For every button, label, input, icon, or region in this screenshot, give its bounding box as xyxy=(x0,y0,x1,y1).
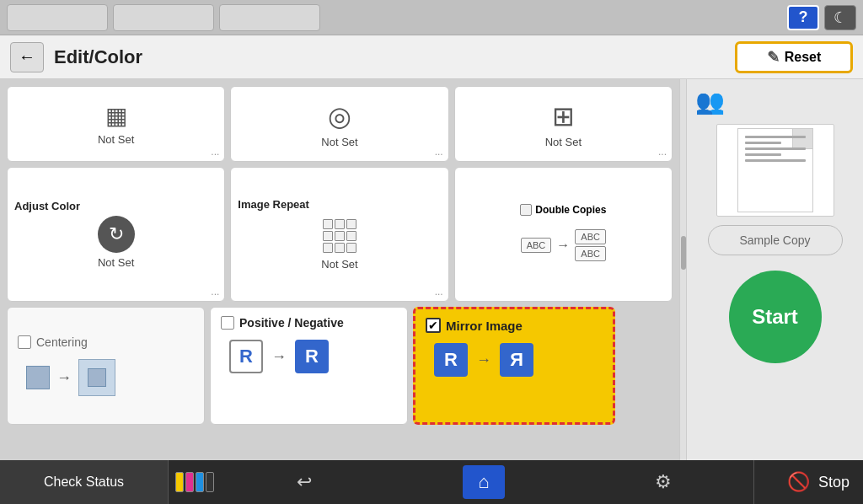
nav-settings-button[interactable]: ⚙ xyxy=(642,465,684,499)
centering-card[interactable]: Centering → xyxy=(7,307,205,425)
top-tab-1[interactable] xyxy=(7,4,108,31)
image-repeat-card[interactable]: Image Repeat Not Set ... xyxy=(230,167,448,302)
pos-neg-r-filled: R xyxy=(295,340,329,373)
bottom-bar: Check Status ↩ ⌂ ⚙ 🚫 Stop xyxy=(0,460,863,504)
header: ← Edit/Color ✎ Reset xyxy=(0,35,863,79)
preview-line-1 xyxy=(745,136,806,138)
top-tab-3[interactable] xyxy=(219,4,320,31)
nav-home-button[interactable]: ⌂ xyxy=(463,465,505,499)
back-button[interactable]: ← xyxy=(10,42,44,72)
main-area: ▦ Not Set ... ◎ Not Set ... ⊞ Not Set ..… xyxy=(0,79,863,470)
night-mode-button[interactable]: ☾ xyxy=(824,5,856,30)
centering-arrow-area: → xyxy=(26,359,115,396)
top-tabs xyxy=(7,4,320,31)
centering-box-small xyxy=(26,366,50,389)
ink-indicator xyxy=(175,472,214,492)
pos-neg-checkbox[interactable] xyxy=(221,316,234,330)
pos-neg-r-normal: R xyxy=(229,340,263,373)
card-top-3-dots: ... xyxy=(658,146,667,158)
card-top-2-icon: ◎ xyxy=(328,100,351,132)
start-button[interactable]: Start xyxy=(729,271,822,363)
adjust-color-dots: ... xyxy=(211,286,219,298)
page-title: Edit/Color xyxy=(54,46,725,68)
reset-label: Reset xyxy=(785,50,822,65)
check-status-button[interactable]: Check Status xyxy=(0,460,169,504)
image-repeat-dots: ... xyxy=(435,286,443,298)
check-status-label: Check Status xyxy=(44,475,124,490)
scroll-thumb xyxy=(681,236,686,270)
positive-negative-card[interactable]: Positive / Negative R → R xyxy=(210,307,408,425)
double-copies-to2: ABC xyxy=(575,246,606,261)
mirror-r-flipped: R xyxy=(500,343,533,377)
bottom-card-row: Centering → Positive / Negative R xyxy=(7,307,673,425)
image-repeat-title: Image Repeat xyxy=(238,198,309,211)
right-panel: 👥 Sample Copy Start xyxy=(686,79,863,470)
card-top-1-icon: ▦ xyxy=(105,102,127,130)
sample-copy-button[interactable]: Sample Copy xyxy=(708,225,843,255)
top-bar: ? ☾ xyxy=(0,0,863,35)
card-top-1[interactable]: ▦ Not Set ... xyxy=(7,86,225,162)
reset-icon: ✎ xyxy=(767,48,780,67)
double-copies-title: Double Copies xyxy=(520,204,606,216)
reset-button[interactable]: ✎ Reset xyxy=(735,41,853,73)
centering-header: Centering xyxy=(18,335,88,349)
settings-nav-icon: ⚙ xyxy=(655,471,672,493)
top-bar-right: ? ☾ xyxy=(787,5,856,30)
help-button[interactable]: ? xyxy=(787,5,819,30)
scroll-track[interactable] xyxy=(679,79,686,470)
double-copies-checkbox[interactable] xyxy=(520,204,532,216)
centering-arrow-icon: → xyxy=(56,369,72,387)
preview-line-5 xyxy=(745,159,806,162)
mirror-header: ✔ Mirror Image xyxy=(426,318,523,333)
pos-neg-arrow: → xyxy=(271,348,287,366)
preview-line-4 xyxy=(745,153,781,156)
centering-inner-box xyxy=(88,368,106,387)
card-top-2-dots: ... xyxy=(435,146,443,158)
stop-area: 🚫 Stop xyxy=(753,460,863,504)
mirror-image-card[interactable]: ✔ Mirror Image R → R xyxy=(413,307,615,425)
bottom-nav: ↩ ⌂ ⚙ xyxy=(214,465,753,499)
stop-icon: 🚫 xyxy=(787,471,810,493)
image-repeat-label: Not Set xyxy=(321,258,357,271)
double-copies-area: ABC → ABC ABC xyxy=(521,229,606,261)
mirror-arrow: → xyxy=(476,351,491,369)
double-copies-arrow: → xyxy=(556,238,570,253)
top-tab-2[interactable] xyxy=(113,4,214,31)
mid-card-row: Adjust Color Not Set ... Image Repeat No… xyxy=(7,167,673,302)
content-area: ▦ Not Set ... ◎ Not Set ... ⊞ Not Set ..… xyxy=(0,79,679,470)
centering-label: Centering xyxy=(36,335,88,349)
ink-cyan xyxy=(196,472,204,492)
double-copies-to1: ABC xyxy=(575,229,606,244)
double-copies-card[interactable]: Double Copies ABC → ABC ABC xyxy=(454,167,673,302)
mirror-checkbox[interactable]: ✔ xyxy=(426,318,441,333)
adjust-color-card[interactable]: Adjust Color Not Set ... xyxy=(7,167,225,302)
document-preview xyxy=(716,124,834,217)
card-top-2[interactable]: ◎ Not Set ... xyxy=(230,86,448,162)
top-card-row: ▦ Not Set ... ◎ Not Set ... ⊞ Not Set ..… xyxy=(7,86,673,162)
preview-paper xyxy=(737,128,813,212)
preview-line-3 xyxy=(745,147,806,150)
home-nav-icon: ⌂ xyxy=(478,471,489,493)
ink-black xyxy=(206,472,214,492)
adjust-color-title: Adjust Color xyxy=(14,200,80,212)
ink-magenta xyxy=(185,472,194,492)
pos-neg-label: Positive / Negative xyxy=(239,316,344,330)
stop-label[interactable]: Stop xyxy=(818,474,850,491)
centering-box-large xyxy=(78,359,115,396)
ink-yellow xyxy=(175,472,184,492)
card-top-1-dots: ... xyxy=(211,146,219,158)
card-top-3-icon: ⊞ xyxy=(552,100,575,132)
preview-line-2 xyxy=(745,142,781,144)
centering-checkbox[interactable] xyxy=(18,335,31,349)
card-top-2-label: Not Set xyxy=(321,136,357,148)
preview-lines xyxy=(745,136,806,165)
nav-back-button[interactable]: ↩ xyxy=(283,465,325,499)
mirror-r-normal: R xyxy=(434,343,468,377)
back-nav-icon: ↩ xyxy=(297,471,312,493)
double-copies-from: ABC xyxy=(521,238,552,253)
mirror-label: Mirror Image xyxy=(446,319,523,333)
adjust-color-label: Not Set xyxy=(98,256,134,269)
card-top-1-label: Not Set xyxy=(98,133,134,146)
mirror-icons: R → R xyxy=(434,343,533,377)
card-top-3[interactable]: ⊞ Not Set ... xyxy=(454,86,673,162)
